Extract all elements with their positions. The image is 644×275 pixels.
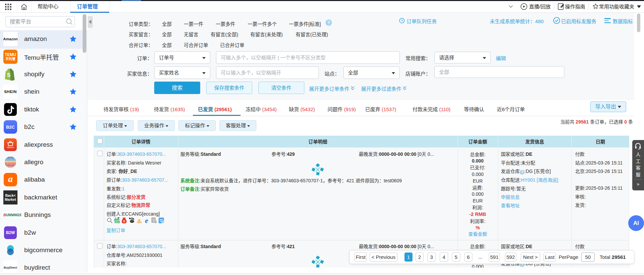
svg-text:e: e: [145, 217, 148, 224]
svg-text:S: S: [7, 72, 11, 78]
svg-text:S: S: [123, 220, 125, 223]
svg-text:a: a: [138, 217, 141, 223]
